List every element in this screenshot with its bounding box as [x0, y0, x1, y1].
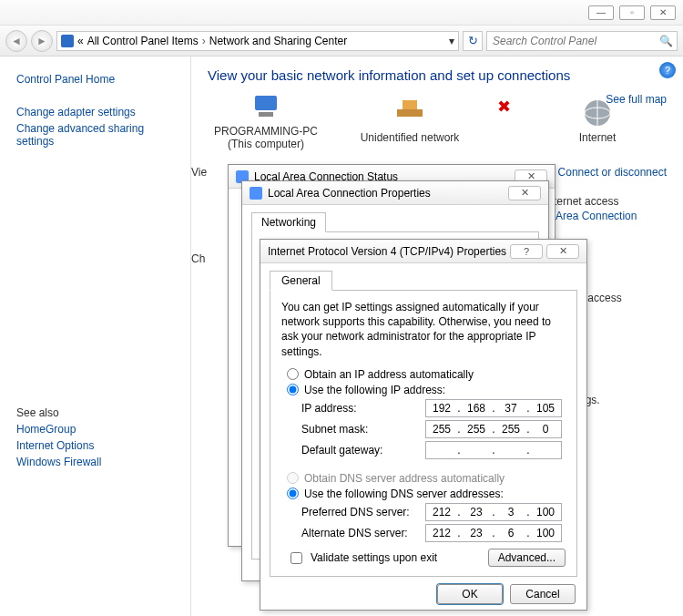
svg-rect-2 [397, 109, 423, 117]
sidebar: Control Panel Home Change adapter settin… [0, 56, 191, 616]
network-map: PROGRAMMING-PC (This computer) Unidentif… [208, 90, 667, 150]
tab-general[interactable]: General [270, 271, 332, 291]
truncated-text: Ch [191, 252, 205, 265]
windows-firewall-link[interactable]: Windows Firewall [16, 456, 174, 468]
internet-options-link[interactable]: Internet Options [16, 439, 174, 452]
ip-address-input[interactable]: 192.168.37.105 [425, 399, 562, 417]
breadcrumb-prefix: « [77, 35, 84, 47]
use-dns-radio[interactable]: Use the following DNS server addresses: [287, 488, 566, 500]
close-icon[interactable]: ✕ [508, 186, 541, 200]
homegroup-link[interactable]: HomeGroup [16, 423, 174, 436]
svg-rect-0 [255, 96, 277, 110]
dialog-titlebar[interactable]: Internet Protocol Version 4 (TCP/IPv4) P… [260, 240, 586, 263]
minimize-button[interactable]: — [588, 5, 614, 20]
advanced-button[interactable]: Advanced... [488, 549, 566, 567]
page-title: View your basic network information and … [208, 67, 667, 83]
network-icon [250, 187, 262, 200]
subnet-mask-label: Subnet mask: [301, 423, 425, 436]
default-gateway-label: Default gateway: [301, 444, 425, 457]
forward-button[interactable]: ► [31, 30, 53, 52]
see-full-map-link[interactable]: See full map [606, 93, 667, 106]
change-adapter-link[interactable]: Change adapter settings [16, 106, 174, 118]
computer-icon [250, 90, 282, 123]
control-panel-icon [61, 35, 74, 47]
dialog-titlebar[interactable]: Local Area Connection Properties ✕ [242, 181, 548, 205]
partial-link[interactable]: al Area Connection [545, 210, 637, 222]
ok-button[interactable]: OK [437, 584, 503, 604]
this-computer-node: PROGRAMMING-PC (This computer) [208, 90, 324, 150]
disconnected-icon: ✖ [495, 97, 512, 117]
tab-panel: You can get IP settings assigned automat… [270, 290, 577, 577]
dialog-title: Local Area Connection Properties [268, 187, 431, 200]
help-icon[interactable]: ? [659, 62, 676, 78]
cancel-button[interactable]: Cancel [510, 584, 576, 604]
help-icon[interactable]: ? [510, 244, 543, 259]
window-titlebar: — ▫ ✕ [0, 0, 683, 26]
svg-rect-1 [259, 112, 273, 117]
default-gateway-input[interactable]: ... [425, 441, 562, 459]
back-button[interactable]: ◄ [5, 30, 27, 52]
search-icon[interactable]: 🔍 [659, 35, 673, 47]
close-icon[interactable]: ✕ [546, 244, 579, 259]
breadcrumb[interactable]: « All Control Panel Items › Network and … [56, 31, 459, 51]
node-label: PROGRAMMING-PC [208, 125, 324, 138]
subnet-mask-input[interactable]: 255.255.255.0 [425, 420, 562, 438]
node-sublabel: (This computer) [208, 138, 324, 150]
connect-disconnect-link[interactable]: Connect or disconnect [558, 166, 667, 179]
maximize-button[interactable]: ▫ [619, 5, 645, 20]
breadcrumb-dropdown-icon[interactable]: ▾ [449, 35, 454, 47]
preferred-dns-input[interactable]: 212.23.3.100 [425, 503, 562, 521]
preferred-dns-label: Preferred DNS server: [301, 506, 425, 518]
search-box[interactable]: 🔍 [486, 31, 678, 51]
control-panel-home-link[interactable]: Control Panel Home [16, 73, 174, 86]
alternate-dns-input[interactable]: 212.23.6.100 [425, 524, 562, 542]
breadcrumb-item[interactable]: Network and Sharing Center [209, 35, 347, 47]
navbar: ◄ ► « All Control Panel Items › Network … [0, 26, 683, 56]
close-button[interactable]: ✕ [650, 5, 676, 20]
see-also-heading: See also [16, 406, 174, 419]
svg-rect-3 [403, 100, 417, 109]
description-text: You can get IP settings assigned automat… [281, 300, 566, 359]
dialog-title: Internet Protocol Version 4 (TCP/IPv4) P… [268, 245, 506, 258]
truncated-text: Vie [191, 166, 207, 179]
network-node: Unidentified network [352, 97, 468, 144]
ip-address-label: IP address: [301, 402, 425, 415]
node-label: Unidentified network [352, 131, 468, 144]
ipv4-properties-dialog: Internet Protocol Version 4 (TCP/IPv4) P… [260, 239, 587, 611]
node-label: Internet [539, 131, 656, 144]
breadcrumb-item[interactable]: All Control Panel Items [87, 35, 199, 47]
tab-networking[interactable]: Networking [251, 212, 326, 232]
obtain-ip-auto-radio[interactable]: Obtain an IP address automatically [287, 368, 566, 381]
use-ip-radio[interactable]: Use the following IP address: [287, 384, 566, 396]
refresh-button[interactable]: ↻ [463, 31, 483, 51]
partial-text: Internet access [545, 195, 618, 208]
chevron-right-icon: › [202, 35, 206, 47]
change-advanced-link[interactable]: Change advanced sharing settings [16, 122, 174, 148]
alternate-dns-label: Alternate DNS server: [301, 527, 425, 539]
obtain-dns-auto-radio: Obtain DNS server address automatically [287, 472, 566, 485]
network-icon [393, 97, 426, 129]
search-input[interactable] [491, 34, 659, 48]
